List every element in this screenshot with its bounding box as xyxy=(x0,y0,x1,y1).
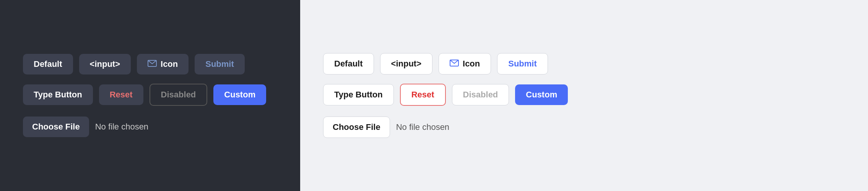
light-reset-button[interactable]: Reset xyxy=(400,84,446,106)
dark-row-2: Type Button Reset Disabled Custom xyxy=(23,84,266,106)
dark-icon-label: Icon xyxy=(161,59,178,69)
light-file-row: Choose File No file chosen xyxy=(323,117,449,138)
light-choose-file-button[interactable]: Choose File xyxy=(323,117,390,138)
dark-custom-button[interactable]: Custom xyxy=(213,84,266,105)
dark-disabled-button: Disabled xyxy=(150,84,208,106)
light-panel: Default <input> Icon Submit Type Button … xyxy=(300,0,868,191)
light-icon-label: Icon xyxy=(463,59,480,69)
light-disabled-button: Disabled xyxy=(452,84,509,105)
light-custom-button[interactable]: Custom xyxy=(515,84,568,105)
envelope-icon-light xyxy=(450,59,459,69)
dark-submit-button[interactable]: Submit xyxy=(195,54,245,74)
light-row-2: Type Button Reset Disabled Custom xyxy=(323,84,568,106)
dark-typebutton-button[interactable]: Type Button xyxy=(23,84,93,105)
light-submit-button[interactable]: Submit xyxy=(497,53,548,74)
light-row-1: Default <input> Icon Submit xyxy=(323,53,548,74)
light-no-file-label: No file chosen xyxy=(396,122,449,132)
dark-row-1: Default <input> Icon Submit xyxy=(23,54,245,74)
dark-choose-file-button[interactable]: Choose File xyxy=(23,117,89,137)
envelope-icon xyxy=(148,59,157,69)
light-default-button[interactable]: Default xyxy=(323,53,374,74)
light-typebutton-button[interactable]: Type Button xyxy=(323,84,394,105)
dark-icon-button[interactable]: Icon xyxy=(137,54,189,74)
dark-file-row: Choose File No file chosen xyxy=(23,117,148,137)
dark-reset-button[interactable]: Reset xyxy=(99,84,143,105)
dark-default-button[interactable]: Default xyxy=(23,54,73,74)
dark-panel: Default <input> Icon Submit Type Button … xyxy=(0,0,300,191)
light-icon-button[interactable]: Icon xyxy=(439,53,491,74)
dark-no-file-label: No file chosen xyxy=(95,122,148,132)
light-input-button[interactable]: <input> xyxy=(380,53,432,74)
dark-input-button[interactable]: <input> xyxy=(79,54,131,74)
